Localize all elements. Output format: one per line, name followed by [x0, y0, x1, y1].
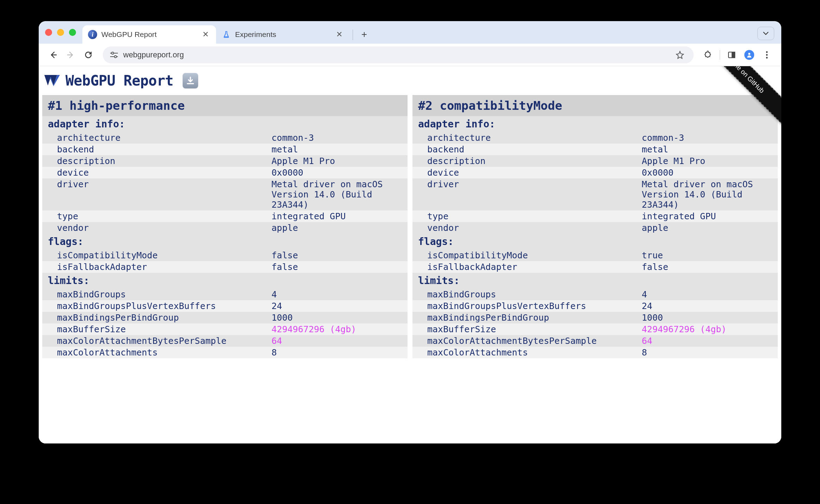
- svg-point-8: [766, 51, 768, 53]
- table-key: isCompatibilityMode: [42, 250, 269, 261]
- table-key: maxColorAttachments: [412, 347, 639, 358]
- table-row: maxColorAttachmentBytesPerSample64: [42, 335, 408, 347]
- data-table: isCompatibilityModefalseisFallbackAdapte…: [42, 250, 408, 273]
- table-value: Apple M1 Pro: [639, 155, 778, 167]
- svg-point-10: [766, 57, 768, 58]
- adapter-title: #2 compatibilityMode: [412, 95, 778, 116]
- table-value: 1000: [269, 312, 408, 323]
- table-row: maxColorAttachments8: [42, 347, 408, 358]
- table-value: 4: [269, 289, 408, 300]
- table-row: architecturecommon-3: [412, 132, 778, 144]
- table-value: false: [269, 250, 408, 261]
- table-value: metal: [269, 144, 408, 155]
- table-key: maxBindGroupsPlusVertexBuffers: [412, 300, 639, 312]
- menu-button[interactable]: [759, 48, 774, 62]
- table-value: 4: [639, 289, 778, 300]
- table-row: architecturecommon-3: [42, 132, 408, 144]
- table-row: vendorapple: [42, 222, 408, 234]
- section-header: adapter info:: [412, 116, 778, 132]
- table-row: typeintegrated GPU: [42, 210, 408, 222]
- table-row: isCompatibilityModefalse: [42, 250, 408, 261]
- table-key: device: [412, 167, 639, 178]
- site-settings-icon[interactable]: [109, 51, 119, 59]
- reload-button[interactable]: [81, 48, 96, 62]
- extensions-button[interactable]: [701, 48, 715, 62]
- download-button[interactable]: [183, 73, 198, 88]
- forward-button[interactable]: [63, 48, 78, 62]
- table-key: isFallbackAdapter: [412, 261, 639, 273]
- address-bar[interactable]: webgpureport.org: [103, 46, 694, 63]
- table-value: 24: [639, 300, 778, 312]
- table-key: architecture: [412, 132, 639, 144]
- adapter-columns: #1 high-performanceadapter info:architec…: [39, 95, 781, 358]
- table-row: maxBufferSize4294967296 (4gb): [412, 323, 778, 335]
- svg-point-9: [766, 54, 768, 56]
- maximize-window-button[interactable]: [69, 29, 76, 36]
- table-key: isCompatibilityMode: [412, 250, 639, 261]
- close-window-button[interactable]: [45, 29, 52, 36]
- table-key: driver: [42, 178, 269, 210]
- table-key: backend: [42, 144, 269, 155]
- table-key: vendor: [412, 222, 639, 234]
- tab-webgpu-report[interactable]: i WebGPU Report ✕: [82, 25, 216, 44]
- table-key: backend: [412, 144, 639, 155]
- svg-point-2: [112, 52, 114, 54]
- bookmark-star-icon[interactable]: [673, 48, 687, 62]
- new-tab-button[interactable]: +: [357, 27, 371, 42]
- section-header: limits:: [412, 273, 778, 289]
- table-row: maxBindGroups4: [412, 289, 778, 300]
- tab-search-button[interactable]: [757, 27, 774, 40]
- table-value: apple: [269, 222, 408, 234]
- data-table: maxBindGroups4maxBindGroupsPlusVertexBuf…: [412, 289, 778, 358]
- side-panel-button[interactable]: [724, 48, 739, 62]
- table-key: type: [42, 210, 269, 222]
- table-row: maxBufferSize4294967296 (4gb): [42, 323, 408, 335]
- table-row: maxBindGroups4: [42, 289, 408, 300]
- adapter-title: #1 high-performance: [42, 95, 408, 116]
- table-row: vendorapple: [412, 222, 778, 234]
- table-row: backendmetal: [42, 144, 408, 155]
- table-row: device0x0000: [412, 167, 778, 178]
- avatar-icon: [744, 50, 754, 60]
- table-key: maxBufferSize: [412, 323, 639, 335]
- table-value: Metal driver on macOS Version 14.0 (Buil…: [639, 178, 778, 210]
- table-value: 4294967296 (4gb): [269, 323, 408, 335]
- table-row: descriptionApple M1 Pro: [42, 155, 408, 167]
- table-value: 24: [269, 300, 408, 312]
- table-value: 8: [639, 347, 778, 358]
- url-text: webgpureport.org: [123, 50, 668, 59]
- table-key: maxBindingsPerBindGroup: [42, 312, 269, 323]
- table-value: true: [639, 250, 778, 261]
- table-key: maxBindGroupsPlusVertexBuffers: [42, 300, 269, 312]
- minimize-window-button[interactable]: [57, 29, 64, 36]
- table-row: isCompatibilityModetrue: [412, 250, 778, 261]
- table-row: maxBindingsPerBindGroup1000: [412, 312, 778, 323]
- toolbar-separator: [720, 50, 720, 60]
- tab-title: WebGPU Report: [101, 30, 197, 39]
- table-key: isFallbackAdapter: [42, 261, 269, 273]
- table-row: maxColorAttachments8: [412, 347, 778, 358]
- close-tab-icon[interactable]: ✕: [335, 30, 343, 39]
- section-header: flags:: [42, 234, 408, 250]
- table-key: type: [412, 210, 639, 222]
- table-row: maxBindGroupsPlusVertexBuffers24: [42, 300, 408, 312]
- tab-experiments[interactable]: Experiments ✕: [216, 25, 350, 44]
- table-value: common-3: [269, 132, 408, 144]
- table-key: maxColorAttachments: [42, 347, 269, 358]
- profile-button[interactable]: [742, 48, 757, 62]
- page-content: Fix me on GitHub WebGPU Report #1 high-p…: [39, 66, 781, 443]
- table-key: maxBindGroups: [42, 289, 269, 300]
- flask-icon: [222, 30, 231, 39]
- table-value: metal: [639, 144, 778, 155]
- back-button[interactable]: [46, 48, 61, 62]
- close-tab-icon[interactable]: ✕: [201, 30, 210, 39]
- webgpu-logo-icon: [44, 74, 61, 87]
- table-key: vendor: [42, 222, 269, 234]
- table-value: common-3: [639, 132, 778, 144]
- tab-strip: i WebGPU Report ✕ Experiments ✕ +: [39, 21, 781, 44]
- table-key: description: [42, 155, 269, 167]
- table-row: descriptionApple M1 Pro: [412, 155, 778, 167]
- table-value: 0x0000: [269, 167, 408, 178]
- table-value: 0x0000: [639, 167, 778, 178]
- table-key: driver: [412, 178, 639, 210]
